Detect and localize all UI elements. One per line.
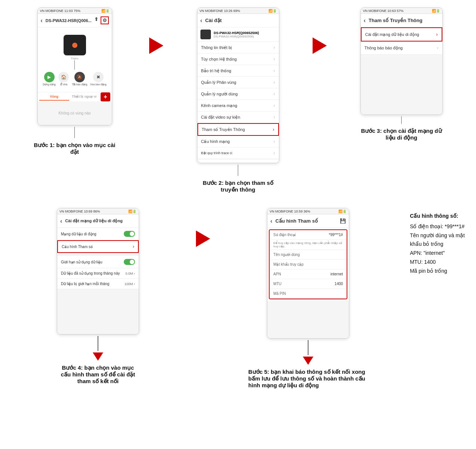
arrow-4-5 [196,208,210,247]
list-cai-dat-mang[interactable]: Cài đặt mạng dữ liệu di động › [361,27,442,42]
step-2-label: Bước 2: bạn chọn tham số truyền thông [197,180,279,193]
share-icon[interactable]: ⬆ [94,16,98,24]
step-5-block: VN MOBIFONE 10:59 36% 📶🔋 ‹ Cấu hình Tham… [218,208,399,389]
device-image [64,35,86,55]
info-line-2: Tên người dùng và mật [410,231,465,240]
arrow-2-3 [313,7,327,54]
step-1-label: Bước 1: bạn chọn vào mục cài đặt [34,142,116,155]
menu-nguoi-dung[interactable]: Quản lý người dùng› [197,88,279,100]
step-3-block: VN MOBIFONE 10:63 57% 📶🔋 ‹ Tham số Truyề… [334,7,469,141]
gear-icon[interactable]: ⚙ [101,16,109,24]
back-arrow-1[interactable]: ‹ [41,17,43,24]
setting-gioi-han[interactable]: Giới hạn sử dụng dữ liệu [57,256,139,268]
step-5-label: Bước 5: bạn khai báo thông số kết nối xo… [248,369,368,389]
field-ma-pin[interactable]: Mã PIN [270,289,347,299]
menu-tham-so[interactable]: Tham số Truyền Thông› [197,123,279,136]
info-line-1: Số điện thoại: *99***1# [410,222,465,231]
field-ten-nguoi-dung[interactable]: Tên người dùng [270,250,347,260]
info-line-6: Mã pin bỏ trống [410,267,465,276]
row-1: VN MOBIFONE 11:03 75% 📶🔋 ‹ DS-PWA32-HSR(… [7,7,469,193]
setting-mang-di-dong[interactable]: Mạng dữ liệu di động [57,228,139,240]
phone-3: VN MOBIFONE 10:63 57% 📶🔋 ‹ Tham số Truyề… [360,7,443,115]
menu-camera[interactable]: Kênh camera mạng› [197,100,279,112]
back-arrow-5[interactable]: ‹ [270,218,272,224]
header-4: ‹ Cài đặt mạng dữ liệu di động [57,214,139,228]
list-3: Cài đặt mạng dữ liệu di động › Thông báo… [361,27,442,55]
tab-vung[interactable]: Vùng [39,93,69,101]
phone-1: VN MOBIFONE 11:03 75% 📶🔋 ‹ DS-PWA32-HSR(… [37,7,112,125]
setting-da-su-dung[interactable]: Dữ liệu đã sử dụng trong tháng này 0.0M … [57,268,139,279]
step-4-label: Bước 4: bạn chọn vào mục cấu hình tham s… [57,364,139,385]
settings-list-4: Mạng dữ liệu di động Cấu hình Tham số › … [57,228,139,289]
main-container: VN MOBIFONE 11:03 75% 📶🔋 ‹ DS-PWA32-HSR(… [7,7,469,389]
step-1-block: VN MOBIFONE 11:03 75% 📶🔋 ‹ DS-PWA32-HSR(… [7,7,142,155]
info-title: Cấu hình thông số: [410,212,465,221]
form-note: Để truy cập vào mạng riêng, bạn cần phải… [270,240,347,250]
row-2: VN MOBIFONE 10:69 86% 📶🔋 ‹ Cài đặt mạng … [7,208,469,389]
device-row: DS-PWA32-HSR(Q00652506) DS-PWA32-HSR(Q00… [197,27,279,42]
list-thong-bao[interactable]: Thông báo báo động › [361,42,442,55]
step-2-block: VN MOBIFONE 10:26 69% 📶🔋 ‹ Cài đặt DS-PW… [171,7,305,193]
add-button[interactable]: + [101,92,110,101]
menu-video[interactable]: Cài đặt video sự kiện› [197,112,279,123]
field-mtu[interactable]: MTU 1400 [270,279,347,289]
menu-bao-tri[interactable]: Bảo trì hệ thống› [197,65,279,77]
save-icon-5[interactable]: 💾 [340,218,346,224]
menu-cau-hinh-mang[interactable]: Cấu hình mạng› [197,136,279,147]
tab-thiet-bi[interactable]: Thiết bị ngoại vi [69,93,99,101]
menu-trace[interactable]: Bật quy trình trace ci› [197,147,279,159]
device-area: Thêm ▶ Dừng dừng 🏠 Ở nhà 🔕 [38,27,112,92]
form-section-5: Số điện thoại *99***1# Để truy cập vào m… [269,229,347,299]
field-apn[interactable]: APN internet [270,269,347,279]
field-mat-khau[interactable]: Mật khẩu truy cập [270,260,347,269]
info-block: Cấu hình thông số: Số điện thoại: *99***… [406,208,469,280]
phone-5: VN MOBIFONE 10:59 36% 📶🔋 ‹ Cấu hình Tham… [267,208,349,339]
status-bar-4: VN MOBIFONE 10:69 86% 📶🔋 [57,208,139,214]
phone-2: VN MOBIFONE 10:26 69% 📶🔋 ‹ Cài đặt DS-PW… [197,7,279,163]
setting-gioi-han-thang[interactable]: Dữ liệu bị giới hạn mỗi tháng 100M › [57,279,139,289]
empty-zone: Không có vùng nào [58,104,90,123]
status-bar-1: VN MOBIFONE 11:03 75% 📶🔋 [38,8,112,14]
header-2: ‹ Cài đặt [197,14,279,27]
xoa-bao-dong-btn[interactable]: ✖ Xóa báo động [90,72,107,86]
status-bar-5: VN MOBIFONE 10:59 36% 📶🔋 [267,208,349,214]
phone-4: VN MOBIFONE 10:69 86% 📶🔋 ‹ Cài đặt mạng … [57,208,139,335]
arrow-1-2 [149,7,163,54]
header-3: ‹ Tham số Truyền Thông [361,14,442,27]
info-line-3: khẩu bỏ trống [410,240,465,249]
step-4-block: VN MOBIFONE 10:69 86% 📶🔋 ‹ Cài đặt mạng … [7,208,188,385]
step-3-label: Bước 3: chọn cài đặt mạng dữ liệu di độn… [360,128,443,141]
device-mini-icon [200,30,211,39]
menu-thong-tin[interactable]: Thông tin thiết bị› [197,42,279,54]
info-line-4: APN: "internet" [410,249,465,258]
header-5: ‹ Cấu hình Tham số 💾 [267,214,349,228]
tat-bao-dong-btn[interactable]: 🔕 Tắt báo động [72,72,87,86]
status-bar-3: VN MOBIFONE 10:63 57% 📶🔋 [361,8,442,14]
field-so-dien-thoai[interactable]: Số điện thoại *99***1# [270,230,347,240]
back-arrow-3[interactable]: ‹ [364,17,366,24]
status-bar-2: VN MOBIFONE 10:26 69% 📶🔋 [197,8,279,14]
info-line-5: MTU: 1400 [410,258,465,267]
dung-dung-btn[interactable]: ▶ Dừng dừng [43,72,55,86]
header-1: ‹ DS-PWA32-HSR(Q006... ⬆ ⚙ [38,14,112,27]
menu-list-2: Thông tin thiết bị› Tùy chọn Hệ thống› B… [197,42,279,159]
menu-tuy-chon[interactable]: Tùy chọn Hệ thống› [197,54,279,65]
o-nha-btn[interactable]: 🏠 Ở nhà [58,72,69,86]
toggle-mang[interactable] [124,231,135,237]
toggle-gioi-han[interactable] [124,259,135,265]
setting-cau-hinh-tham-so[interactable]: Cấu hình Tham số › [57,240,139,253]
back-arrow-2[interactable]: ‹ [200,17,202,24]
back-arrow-4[interactable]: ‹ [60,218,62,224]
menu-phan-vung[interactable]: Quản lý Phân vùng› [197,77,279,88]
